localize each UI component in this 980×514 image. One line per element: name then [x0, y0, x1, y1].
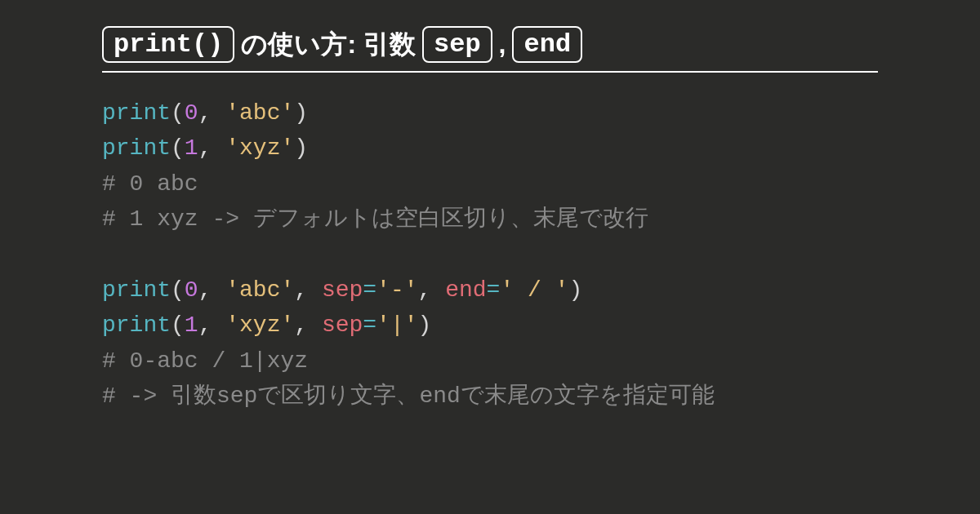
code-line-2: print(1, 'xyz'): [102, 131, 878, 166]
slide: print() の使い方: 引数 sep , end print(0, 'abc…: [0, 0, 980, 414]
title-box-end: end: [512, 26, 582, 63]
title-box-print: print(): [102, 26, 234, 63]
title: print() の使い方: 引数 sep , end: [102, 26, 878, 73]
title-text-1: の使い方: 引数: [241, 27, 416, 63]
code-block: print(0, 'abc') print(1, 'xyz') # 0 abc …: [102, 95, 878, 414]
title-box-sep: sep: [422, 26, 492, 63]
code-line-8: # 0-abc / 1|xyz: [102, 343, 878, 379]
code-line-1: print(0, 'abc'): [102, 95, 878, 131]
code-line-6: print(0, 'abc', sep='-', end=' / '): [102, 273, 878, 308]
title-comma: ,: [499, 29, 506, 60]
code-line-7: print(1, 'xyz', sep='|'): [102, 308, 878, 343]
code-line-3: # 0 abc: [102, 166, 878, 202]
blank-line: [102, 237, 878, 273]
code-line-4: # 1 xyz -> デフォルトは空白区切り、末尾で改行: [102, 202, 878, 237]
code-line-9: # -> 引数sepで区切り文字、endで末尾の文字を指定可能: [102, 379, 878, 414]
